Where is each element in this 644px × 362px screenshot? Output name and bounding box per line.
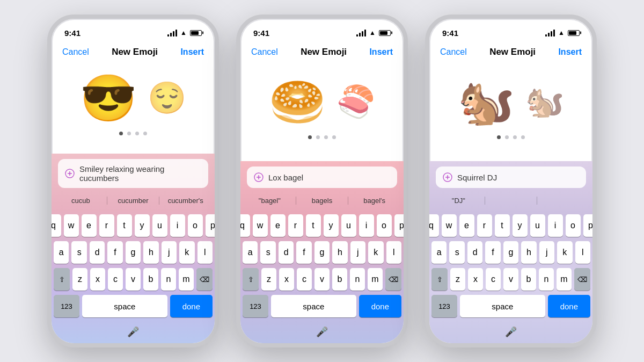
key3-b[interactable]: b — [521, 268, 536, 291]
key2-b[interactable]: b — [332, 268, 347, 291]
key-t[interactable]: t — [117, 214, 132, 237]
num-key-2[interactable]: 123 — [243, 295, 268, 317]
key3-d[interactable]: d — [467, 241, 482, 264]
insert-button-1[interactable]: Insert — [180, 47, 204, 57]
key2-l[interactable]: l — [386, 241, 401, 264]
key2-q[interactable]: q — [236, 214, 250, 237]
suggestion-2-2[interactable]: bagels — [297, 193, 347, 208]
key3-l[interactable]: l — [575, 241, 590, 264]
key-h[interactable]: h — [143, 241, 158, 264]
key3-k[interactable]: k — [557, 241, 572, 264]
key3-e[interactable]: e — [459, 214, 474, 237]
prompt-field-3[interactable]: Squirrel DJ — [436, 166, 586, 188]
delete-key-1[interactable]: ⌫ — [196, 268, 213, 291]
key3-n[interactable]: n — [539, 268, 554, 291]
key-s[interactable]: s — [71, 241, 86, 264]
cancel-button-3[interactable]: Cancel — [440, 47, 467, 57]
key2-u[interactable]: u — [341, 214, 356, 237]
key-q[interactable]: q — [47, 214, 61, 237]
num-key-1[interactable]: 123 — [54, 295, 79, 317]
suggestion-3-1[interactable]: "DJ" — [434, 193, 484, 208]
key-m[interactable]: m — [179, 268, 194, 291]
key-k[interactable]: k — [179, 241, 194, 264]
key3-r[interactable]: r — [477, 214, 492, 237]
delete-key-3[interactable]: ⌫ — [574, 268, 590, 291]
key2-c[interactable]: c — [297, 268, 312, 291]
shift-key-3[interactable]: ⇧ — [431, 268, 448, 291]
key-c[interactable]: c — [108, 268, 123, 291]
insert-button-3[interactable]: Insert — [558, 47, 582, 57]
space-key-1[interactable]: space — [82, 295, 167, 317]
key2-w[interactable]: w — [253, 214, 268, 237]
done-key-2[interactable]: done — [359, 295, 401, 317]
key2-k[interactable]: k — [368, 241, 383, 264]
key3-s[interactable]: s — [449, 241, 464, 264]
mic-icon-1[interactable]: 🎤 — [127, 326, 139, 338]
key3-a[interactable]: a — [431, 241, 447, 264]
suggestion-1-1[interactable]: cucub — [56, 193, 106, 208]
prompt-field-2[interactable]: Lox bagel — [247, 166, 397, 188]
key-p[interactable]: p — [206, 214, 219, 237]
key3-u[interactable]: u — [530, 214, 545, 237]
space-key-3[interactable]: space — [460, 295, 545, 317]
num-key-3[interactable]: 123 — [431, 295, 457, 317]
suggestion-1-2[interactable]: cucumber — [108, 193, 158, 208]
key3-w[interactable]: w — [442, 214, 457, 237]
key-l[interactable]: l — [197, 241, 213, 264]
space-key-2[interactable]: space — [271, 295, 356, 317]
key-b[interactable]: b — [143, 268, 158, 291]
key3-p[interactable]: p — [583, 214, 597, 237]
key2-r[interactable]: r — [288, 214, 303, 237]
suggestion-2-3[interactable]: bagel's — [349, 193, 399, 208]
key3-g[interactable]: g — [503, 241, 518, 264]
key2-d[interactable]: d — [279, 241, 294, 264]
done-key-1[interactable]: done — [170, 295, 213, 317]
key-e[interactable]: e — [82, 214, 97, 237]
key-u[interactable]: u — [152, 214, 167, 237]
key-n[interactable]: n — [161, 268, 176, 291]
shift-key-1[interactable]: ⇧ — [54, 268, 70, 291]
key3-t[interactable]: t — [495, 214, 510, 237]
key-x[interactable]: x — [90, 268, 105, 291]
key3-y[interactable]: y — [513, 214, 528, 237]
key2-x[interactable]: x — [279, 268, 294, 291]
key3-v[interactable]: v — [503, 268, 518, 291]
key3-m[interactable]: m — [557, 268, 572, 291]
key2-h[interactable]: h — [332, 241, 347, 264]
key2-z[interactable]: z — [261, 268, 276, 291]
suggestion-2-1[interactable]: "bagel" — [245, 193, 295, 208]
key-z[interactable]: z — [72, 268, 87, 291]
key2-p[interactable]: p — [394, 214, 408, 237]
key-o[interactable]: o — [188, 214, 203, 237]
key2-a[interactable]: a — [243, 241, 258, 264]
key2-s[interactable]: s — [260, 241, 275, 264]
key2-t[interactable]: t — [306, 214, 321, 237]
key2-m[interactable]: m — [368, 268, 383, 291]
key2-i[interactable]: i — [359, 214, 374, 237]
key3-z[interactable]: z — [450, 268, 465, 291]
key-v[interactable]: v — [126, 268, 141, 291]
key-j[interactable]: j — [162, 241, 177, 264]
shift-key-2[interactable]: ⇧ — [243, 268, 259, 291]
key2-y[interactable]: y — [324, 214, 339, 237]
key3-i[interactable]: i — [548, 214, 563, 237]
prompt-field-1[interactable]: Smiley relaxing wearing cucumbers — [58, 159, 208, 188]
key-i[interactable]: i — [170, 214, 185, 237]
mic-icon-2[interactable]: 🎤 — [316, 326, 328, 338]
done-key-3[interactable]: done — [548, 295, 590, 317]
key2-f[interactable]: f — [296, 241, 311, 264]
cancel-button-2[interactable]: Cancel — [251, 47, 278, 57]
insert-button-2[interactable]: Insert — [369, 47, 393, 57]
key-y[interactable]: y — [135, 214, 150, 237]
key2-n[interactable]: n — [350, 268, 365, 291]
key-w[interactable]: w — [64, 214, 79, 237]
mic-icon-3[interactable]: 🎤 — [505, 326, 517, 338]
key3-h[interactable]: h — [521, 241, 536, 264]
key-a[interactable]: a — [54, 241, 69, 264]
key3-o[interactable]: o — [566, 214, 581, 237]
key3-j[interactable]: j — [539, 241, 554, 264]
key3-c[interactable]: c — [486, 268, 501, 291]
key2-v[interactable]: v — [314, 268, 330, 291]
suggestion-3-2[interactable] — [486, 193, 536, 208]
delete-key-2[interactable]: ⌫ — [385, 268, 401, 291]
